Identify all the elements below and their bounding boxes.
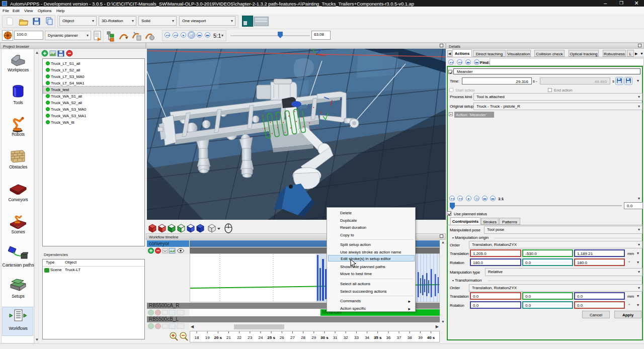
svg-text:40 s: 40 s [427,335,435,340]
svg-text:27: 27 [290,335,295,340]
svg-text:18: 18 [195,335,199,340]
svg-text:36: 36 [386,335,390,340]
svg-text:22: 22 [237,335,242,340]
svg-text:32: 32 [344,335,348,340]
svg-text:35 s: 35 s [374,335,382,340]
svg-text:23: 23 [248,335,252,340]
svg-text:29: 29 [311,335,316,340]
svg-text:34: 34 [365,335,369,340]
svg-text:39: 39 [418,335,423,340]
svg-text:38: 38 [408,335,412,340]
svg-text:26: 26 [280,335,284,340]
svg-text:25 s: 25 s [267,335,275,340]
svg-text:21: 21 [226,335,231,340]
svg-text:33: 33 [354,335,359,340]
svg-text:28: 28 [301,335,305,340]
svg-text:31: 31 [333,335,338,340]
svg-text:24: 24 [259,335,263,340]
svg-text:20 s: 20 s [214,335,222,340]
svg-text:37: 37 [397,335,401,340]
svg-text:30 s: 30 s [320,335,329,340]
svg-text:19: 19 [205,335,210,340]
